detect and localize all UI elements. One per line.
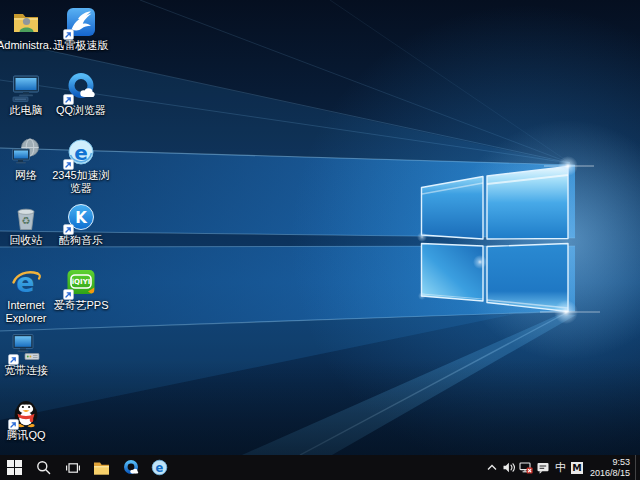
windows-logo-icon: [7, 460, 22, 475]
shortcut-arrow-icon: [63, 29, 74, 40]
tray-volume-button[interactable]: [501, 455, 518, 480]
task-view-button[interactable]: [58, 455, 87, 480]
desktop-icon-thunder-speed[interactable]: 迅雷极速版: [52, 6, 110, 52]
windows-desktop: Administra... 迅雷极速版: [0, 0, 640, 480]
desktop-icon-broadband-connection[interactable]: 宽带连接: [0, 331, 55, 377]
icon-label: 宽带连接: [0, 364, 55, 377]
tray-chevron-up-button[interactable]: [484, 455, 501, 480]
desktop-icon-network[interactable]: 网络: [0, 136, 55, 182]
volume-icon: [502, 461, 516, 474]
show-desktop-button[interactable]: [635, 455, 640, 480]
svg-text:e: e: [156, 461, 164, 475]
shortcut-arrow-icon: [8, 419, 19, 430]
search-button[interactable]: [29, 455, 58, 480]
svg-text:♻: ♻: [22, 215, 31, 226]
desktop-area: Administra... 迅雷极速版: [0, 0, 640, 455]
broadband-connection-icon: [10, 331, 42, 363]
message-icon: [536, 461, 550, 475]
icon-label: QQ浏览器: [52, 104, 110, 117]
desktop-icon-2345-browser[interactable]: e 2345加速浏 览器: [52, 136, 110, 195]
svg-text:M: M: [573, 462, 582, 473]
shortcut-arrow-icon: [63, 224, 74, 235]
icon-label: Internet Explorer: [0, 299, 55, 325]
desktop-icon-this-pc[interactable]: 此电脑: [0, 71, 55, 117]
icon-label: 酷狗音乐: [52, 234, 110, 247]
file-explorer-icon: [93, 461, 110, 475]
icon-label: 爱奇艺PPS: [52, 299, 110, 312]
icon-label: 此电脑: [0, 104, 55, 117]
2345-browser-icon: e: [151, 459, 168, 476]
icon-label: 2345加速浏 览器: [52, 169, 110, 195]
shortcut-arrow-icon: [63, 159, 74, 170]
task-view-icon: [65, 461, 81, 475]
recycle-bin-icon: ♻: [10, 201, 42, 233]
start-button[interactable]: [0, 455, 29, 480]
qq-browser-taskbar-button[interactable]: [116, 455, 145, 480]
internet-explorer-icon: e: [10, 266, 42, 298]
2345-browser-taskbar-button[interactable]: e: [145, 455, 174, 480]
qq-browser-icon: [65, 71, 97, 103]
icon-label: 网络: [0, 169, 55, 182]
icon-label: 腾讯QQ: [0, 429, 55, 442]
tray-input-method-m-indicator[interactable]: M: [569, 455, 586, 480]
tray-input-method-chinese-indicator[interactable]: 中: [552, 455, 569, 480]
desktop-icon-kugou-music[interactable]: K 酷狗音乐: [52, 201, 110, 247]
icon-label: 迅雷极速版: [52, 39, 110, 52]
clock-time: 9:53: [590, 457, 630, 468]
input-chinese-label: 中: [555, 462, 566, 473]
tray-network-disconnected-button[interactable]: [518, 455, 535, 480]
chevron-up-icon: [486, 462, 498, 474]
2345-browser-icon: e: [65, 136, 97, 168]
qq-browser-icon: [122, 459, 140, 477]
input-m-icon: M: [570, 461, 584, 475]
network-icon: [10, 136, 42, 168]
search-icon: [36, 460, 51, 475]
desktop-icon-tencent-qq[interactable]: 腾讯QQ: [0, 396, 55, 442]
tray-message-button[interactable]: [535, 455, 552, 480]
administrator-folder-icon: [10, 6, 42, 38]
network-disconnected-icon: [519, 461, 533, 474]
icon-label: Administra...: [0, 39, 55, 52]
thunder-icon: [65, 6, 97, 38]
desktop-icon-administrator-folder[interactable]: Administra...: [0, 6, 55, 52]
svg-text:K: K: [75, 209, 88, 227]
shortcut-arrow-icon: [63, 289, 74, 300]
shortcut-arrow-icon: [63, 94, 74, 105]
svg-text:e: e: [74, 141, 88, 165]
shortcut-arrow-icon: [8, 354, 19, 365]
svg-text:iQIYI: iQIYI: [72, 278, 91, 286]
desktop-icon-iqiyi-pps[interactable]: iQIYI 爱奇艺PPS: [52, 266, 110, 312]
desktop-icon-internet-explorer[interactable]: e Internet Explorer: [0, 266, 55, 325]
clock-date: 2016/8/15: [590, 468, 630, 479]
kugou-music-icon: K: [65, 201, 97, 233]
system-tray: 中 M 9:53 2016/8/15: [484, 455, 640, 480]
desktop-icon-recycle-bin[interactable]: ♻ 回收站: [0, 201, 55, 247]
desktop-icon-qq-browser[interactable]: QQ浏览器: [52, 71, 110, 117]
this-pc-icon: [10, 71, 42, 103]
icon-label: 回收站: [0, 234, 55, 247]
taskbar-clock[interactable]: 9:53 2016/8/15: [586, 457, 635, 478]
tencent-qq-icon: [10, 396, 42, 428]
taskbar: e: [0, 455, 640, 480]
file-explorer-button[interactable]: [87, 455, 116, 480]
iqiyi-pps-icon: iQIYI: [65, 266, 97, 298]
